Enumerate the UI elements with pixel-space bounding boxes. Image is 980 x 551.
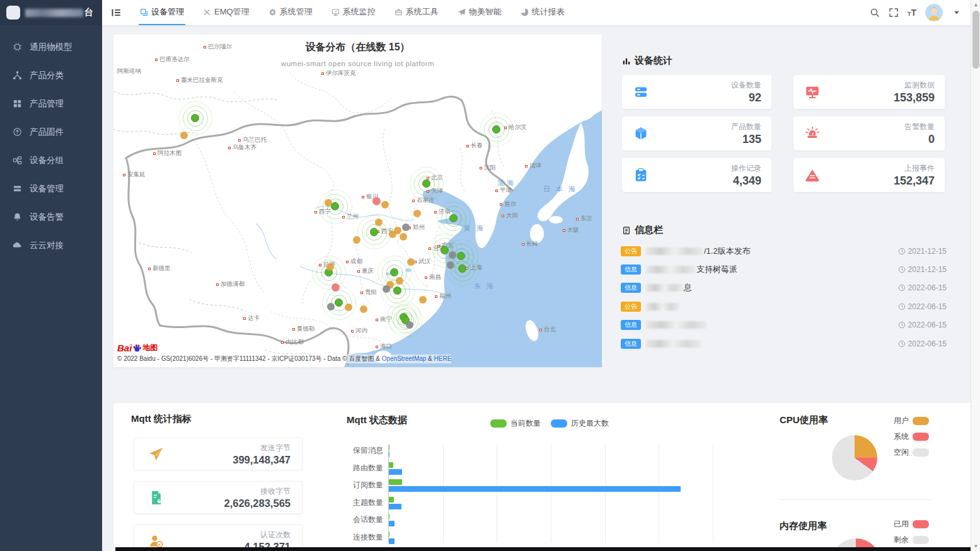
tab-7[interactable]: 统计报表 — [519, 0, 566, 25]
china-map[interactable] — [113, 35, 602, 367]
device-marker-online[interactable] — [331, 202, 339, 210]
fullscreen-icon[interactable] — [889, 8, 899, 18]
scrollbar-thumb[interactable] — [972, 11, 979, 69]
device-marker-warning[interactable] — [345, 304, 352, 311]
device-marker-warning[interactable] — [360, 305, 367, 313]
city-label: 南昌 — [425, 273, 441, 281]
bar-当前数量-2[interactable] — [389, 462, 393, 468]
device-marker-online[interactable] — [422, 179, 430, 188]
sidebar-item-5[interactable]: 设备分组 — [0, 146, 102, 174]
city-dot-icon — [351, 330, 354, 332]
device-marker-warning[interactable] — [413, 210, 421, 217]
bar-历史最大数-5[interactable] — [389, 521, 395, 526]
y-axis-line — [388, 445, 389, 543]
device-marker-online[interactable] — [458, 264, 466, 273]
sidebar-item-6[interactable]: 设备管理 — [0, 174, 102, 203]
news-item-6[interactable]: 信息2022-06-15 — [621, 334, 947, 353]
tab-4[interactable]: 系统监控 — [330, 0, 377, 25]
device-marker-offline[interactable] — [406, 321, 413, 329]
bar-当前数量-4[interactable] — [389, 497, 394, 503]
legend-item[interactable]: 用户 — [894, 416, 929, 426]
sidebar-collapse-icon[interactable] — [102, 8, 130, 18]
device-marker-online[interactable] — [449, 214, 458, 222]
device-marker-warning[interactable] — [396, 277, 403, 285]
sidebar-item-8[interactable]: 云云对接 — [0, 231, 102, 259]
baidu-maps-logo: Bai 地图 — [117, 343, 158, 353]
stat-card-content: 监测数据153,859 — [894, 80, 935, 105]
device-marker-online[interactable] — [191, 114, 199, 122]
device-marker-offline[interactable] — [447, 261, 454, 269]
device-marker-offline[interactable] — [402, 224, 410, 231]
device-marker-warning[interactable] — [353, 236, 360, 244]
search-icon[interactable] — [870, 8, 880, 18]
legend-item[interactable]: 空闲 — [894, 447, 929, 458]
bar-历史最大数-6[interactable] — [389, 538, 395, 544]
tab-2[interactable]: EMQ管理 — [202, 0, 251, 25]
device-marker-offline[interactable] — [383, 285, 390, 293]
device-marker-warning[interactable] — [407, 258, 415, 266]
here-link[interactable]: HERE — [434, 355, 452, 362]
sidebar-item-2[interactable]: 产品分类 — [0, 61, 102, 89]
device-marker-online[interactable] — [393, 287, 401, 295]
bar-历史最大数-3[interactable] — [389, 486, 681, 492]
vertical-scrollbar[interactable]: ▲ ▼ — [971, 0, 980, 551]
device-marker-warning[interactable] — [381, 201, 389, 208]
news-redacted-text — [646, 266, 695, 273]
avatar[interactable] — [925, 4, 943, 21]
legend-item[interactable]: 剩余 — [894, 535, 929, 545]
sidebar-item-3[interactable]: 产品管理 — [0, 89, 102, 118]
bar-历史最大数-2[interactable] — [389, 469, 402, 475]
legend-item[interactable]: 当前数量 — [490, 418, 541, 429]
device-marker-warning[interactable] — [375, 219, 383, 226]
bar-当前数量-3[interactable] — [389, 479, 402, 485]
device-marker-online[interactable] — [335, 298, 343, 307]
legend-item[interactable]: 系统 — [894, 431, 929, 442]
bar-历史最大数-4[interactable] — [389, 504, 401, 509]
device-marker-alarm[interactable] — [372, 197, 381, 205]
device-marker-offline[interactable] — [327, 303, 335, 310]
news-item-3[interactable]: 信息息2022-06-15 — [621, 279, 947, 297]
tab-3[interactable]: 系统管理 — [267, 0, 314, 25]
legend-item[interactable]: 历史最大数 — [551, 418, 609, 429]
city-label-text: 大阪 — [567, 226, 579, 234]
device-marker-alarm[interactable] — [331, 283, 340, 292]
device-marker-warning[interactable] — [419, 296, 427, 304]
sidebar-item-1[interactable]: 通用物模型 — [0, 33, 102, 61]
tab-1[interactable]: 设备管理 — [139, 0, 185, 25]
news-item-4[interactable]: 公告2022-06-15 — [621, 297, 947, 315]
city-dot-icon — [495, 190, 498, 192]
news-text: 支持树莓派 — [646, 264, 737, 275]
openstreetmap-link[interactable]: OpenStreetMap — [382, 355, 427, 362]
device-marker-offline[interactable] — [449, 251, 456, 259]
legend-item[interactable]: 已用 — [894, 519, 929, 530]
font-size-icon[interactable]: TT — [908, 8, 916, 18]
scroll-down-arrow[interactable]: ▼ — [971, 542, 980, 551]
news-item-1[interactable]: 公告/1.2版本发布2021-12-15 — [621, 242, 947, 260]
news-item-2[interactable]: 信息支持树莓派2021-12-15 — [621, 260, 947, 278]
bar-当前数量-1[interactable] — [389, 445, 389, 450]
device-marker-warning[interactable] — [400, 233, 407, 241]
sidebar-item-4[interactable]: 产品固件 — [0, 118, 102, 146]
sidebar-item-7[interactable]: 设备告警 — [0, 203, 102, 231]
tab-5[interactable]: 系统工具 — [393, 0, 440, 25]
scroll-up-arrow[interactable]: ▲ — [971, 0, 980, 9]
chevron-down-icon[interactable] — [952, 8, 962, 18]
news-item-5[interactable]: 信息2022-06-15 — [621, 316, 947, 334]
device-marker-warning[interactable] — [180, 132, 188, 139]
city-label: 内比都 — [281, 338, 304, 346]
device-marker-warning[interactable] — [326, 263, 334, 271]
device-marker-online[interactable] — [492, 125, 500, 133]
device-marker-online[interactable] — [370, 228, 378, 236]
device-marker-warning[interactable] — [389, 230, 396, 238]
server-bars-icon — [13, 184, 22, 193]
city-label-text: 乌兰巴托 — [243, 136, 267, 144]
device-marker-warning[interactable] — [325, 199, 332, 207]
news-badge: 信息 — [621, 339, 641, 349]
tab-6[interactable]: 物美智能 — [456, 0, 503, 25]
bar-历史最大数-1[interactable] — [389, 452, 389, 457]
clock-icon — [898, 284, 906, 292]
cpu-usage-pie[interactable] — [832, 435, 877, 480]
city-dot-icon — [148, 268, 151, 270]
app-logo[interactable]: 台 — [0, 0, 102, 25]
city-label: 阿拉木图 — [153, 149, 182, 157]
